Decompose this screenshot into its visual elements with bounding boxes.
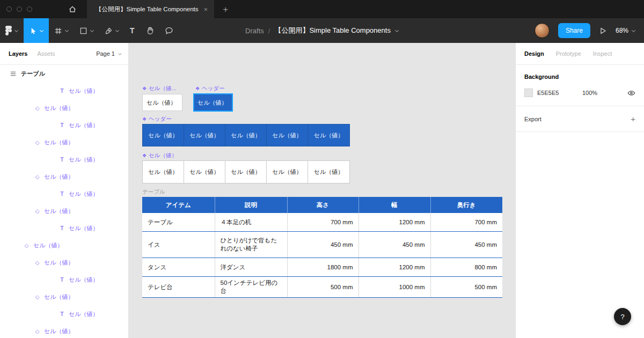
layer-name: セル（値） bbox=[69, 121, 99, 129]
breadcrumb-file-title: 【公開用】Simple Table Components bbox=[274, 26, 391, 35]
layer-row[interactable]: ◇ セル（値） bbox=[0, 254, 128, 271]
layer-row[interactable]: T セル（値） bbox=[0, 185, 128, 202]
layer-name: セル（値） bbox=[69, 190, 99, 198]
layer-row[interactable]: ◇ セル（値） bbox=[0, 322, 128, 338]
text-layer-icon: T bbox=[59, 311, 65, 317]
component-icon: ❖ bbox=[142, 117, 147, 122]
layer-row-root[interactable]: テーブル bbox=[0, 65, 128, 82]
frame-tool-icon bbox=[54, 27, 62, 35]
text-layer-icon: T bbox=[59, 225, 65, 231]
hand-tool-icon bbox=[145, 26, 154, 35]
text-layer-icon: T bbox=[59, 191, 65, 197]
plus-icon[interactable]: + bbox=[631, 115, 635, 123]
pen-tool-icon bbox=[105, 27, 113, 35]
header-component-selected[interactable]: セル（値） bbox=[193, 93, 233, 112]
header-row-component[interactable]: セル（値） セル（値） セル（値） セル（値） セル（値） bbox=[142, 124, 350, 146]
zoom-level: 68% bbox=[616, 27, 628, 34]
tab-layers[interactable]: Layers bbox=[9, 50, 27, 57]
frame-label[interactable]: テーブル bbox=[142, 188, 165, 196]
shape-tool-button[interactable] bbox=[74, 18, 99, 43]
layer-row[interactable]: ◇ セル（値） bbox=[0, 202, 128, 219]
window-control-dot[interactable] bbox=[27, 6, 32, 12]
new-tab-button[interactable]: + bbox=[223, 5, 228, 14]
text-layer-icon: T bbox=[59, 157, 65, 163]
tab-inspect[interactable]: Inspect bbox=[593, 50, 612, 57]
cell-component[interactable]: セル（値） bbox=[142, 94, 182, 111]
layer-row[interactable]: ◇ セル（値） bbox=[0, 237, 128, 254]
layer-row[interactable]: ◇ セル（値） bbox=[0, 288, 128, 305]
table-cell: 500 mm bbox=[430, 277, 502, 298]
cell-row-component[interactable]: セル（値） セル（値） セル（値） セル（値） セル（値） bbox=[142, 160, 350, 183]
frame-tool-button[interactable] bbox=[49, 18, 74, 43]
layer-row[interactable]: ◇ セル（値） bbox=[0, 168, 128, 185]
layer-row[interactable]: T セル（値） bbox=[0, 305, 128, 322]
component-label-text: ヘッダー bbox=[202, 85, 225, 92]
opacity-field[interactable]: 100% bbox=[582, 90, 597, 96]
table-cell: 800 mm bbox=[430, 258, 502, 277]
tab-assets[interactable]: Assets bbox=[37, 50, 55, 57]
main-menu-button[interactable] bbox=[0, 18, 24, 43]
layer-name: セル（値） bbox=[69, 224, 99, 232]
canvas[interactable]: ❖ セル（値... ❖ ヘッダー セル（値） セル（値） ❖ ヘッダー セル（値… bbox=[129, 43, 515, 338]
table-cell: テーブル bbox=[142, 213, 215, 232]
layer-row[interactable]: ◇ セル（値） bbox=[0, 134, 128, 151]
component-instance-label[interactable]: ❖ ヘッダー bbox=[142, 115, 172, 123]
table-header-row: アイテム 説明 高さ 幅 奥行き bbox=[142, 197, 502, 213]
header-cell: セル（値） bbox=[184, 124, 225, 146]
layer-row[interactable]: ◇ セル（値） bbox=[0, 99, 128, 116]
tab-prototype[interactable]: Prototype bbox=[556, 50, 581, 57]
color-hex-field[interactable]: E5E5E5 bbox=[537, 90, 573, 96]
color-swatch[interactable] bbox=[524, 89, 533, 97]
layer-row[interactable]: T セル（値） bbox=[0, 151, 128, 168]
component-icon: ❖ bbox=[195, 86, 200, 91]
text-layer-icon: T bbox=[59, 88, 65, 94]
layer-row[interactable]: T セル（値） bbox=[0, 82, 128, 99]
zoom-control[interactable]: 68% bbox=[616, 27, 635, 34]
share-button[interactable]: Share bbox=[558, 23, 590, 38]
toolbar-right: Share 68% bbox=[535, 23, 644, 38]
table-cell: イス bbox=[142, 232, 215, 258]
component-instance-label[interactable]: ❖ ヘッダー bbox=[195, 85, 225, 92]
eye-icon bbox=[627, 90, 635, 97]
layer-row[interactable]: T セル（値） bbox=[0, 116, 128, 134]
component-instance-label[interactable]: ❖ セル（値） bbox=[142, 152, 177, 159]
chevron-down-icon[interactable] bbox=[395, 29, 399, 33]
layer-name: テーブル bbox=[21, 70, 45, 78]
present-play-icon[interactable] bbox=[599, 27, 607, 35]
body-cell: セル（値） bbox=[184, 161, 225, 183]
pen-tool-button[interactable] bbox=[99, 18, 125, 43]
sample-table[interactable]: アイテム 説明 高さ 幅 奥行き テーブル ４本足の机 700 mm 1200 … bbox=[142, 197, 502, 298]
home-icon[interactable] bbox=[63, 0, 82, 18]
comment-tool-button[interactable] bbox=[159, 18, 179, 43]
background-section-title: Background bbox=[524, 74, 635, 80]
background-section: Background E5E5E5 100% bbox=[516, 65, 644, 106]
layer-name: セル（値） bbox=[69, 276, 99, 284]
layer-row[interactable]: T セル（値） bbox=[0, 271, 128, 288]
properties-panel-tabs: Design Prototype Inspect bbox=[516, 43, 644, 65]
body-cell: セル（値） bbox=[267, 161, 308, 183]
instance-icon: ◇ bbox=[34, 139, 40, 145]
tab-design[interactable]: Design bbox=[524, 50, 544, 57]
file-tab-title: 【公開用】Simple Table Components bbox=[96, 5, 199, 13]
move-tool-button[interactable] bbox=[24, 18, 49, 43]
table-cell: テレビ台 bbox=[142, 277, 215, 298]
component-instance-label[interactable]: ❖ セル（値... bbox=[142, 85, 176, 92]
table-row: イス ひとりがけで背もたれのない椅子 450 mm 450 mm 450 mm bbox=[142, 232, 502, 258]
file-tab[interactable]: 【公開用】Simple Table Components × bbox=[87, 0, 214, 18]
figma-logo-icon bbox=[5, 26, 12, 35]
avatar[interactable] bbox=[535, 23, 550, 38]
table-layer-icon bbox=[10, 70, 17, 77]
window-control-dot[interactable] bbox=[17, 6, 22, 12]
window-control-dot[interactable] bbox=[6, 6, 12, 12]
close-icon[interactable]: × bbox=[204, 6, 208, 13]
text-tool-button[interactable]: T bbox=[125, 18, 140, 43]
help-button[interactable]: ? bbox=[614, 308, 631, 325]
cell-text: セル（値） bbox=[197, 99, 228, 107]
visibility-toggle[interactable] bbox=[627, 90, 635, 97]
layer-row[interactable]: T セル（値） bbox=[0, 219, 128, 237]
breadcrumb-project[interactable]: Drafts bbox=[245, 27, 264, 35]
export-section-title: Export bbox=[524, 116, 541, 122]
table-cell: 700 mm bbox=[287, 213, 358, 232]
hand-tool-button[interactable] bbox=[140, 18, 159, 43]
page-selector[interactable]: Page 1 bbox=[96, 50, 122, 57]
